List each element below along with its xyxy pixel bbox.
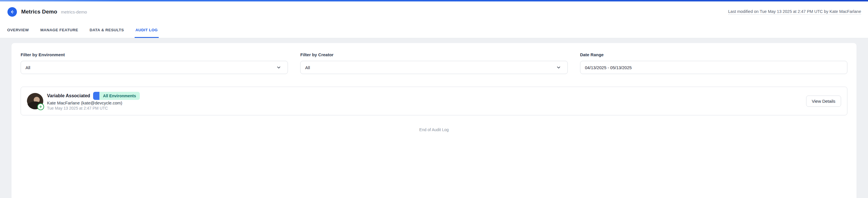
audit-log-panel: Filter by Environment All Filter by Crea… (11, 43, 857, 198)
tab-data-and-results[interactable]: DATA & RESULTS (89, 22, 125, 38)
page-header: Metrics Demo metrics-demo Last modified … (0, 1, 868, 22)
end-of-audit-log-text: End of Audit Log (21, 128, 847, 132)
environment-color-swatch (93, 92, 99, 100)
tab-manage-feature[interactable]: MANAGE FEATURE (39, 22, 79, 38)
environment-filter-value: All (26, 65, 30, 70)
chevron-down-icon (556, 65, 561, 70)
avatar-wrap (27, 93, 43, 109)
environment-badge-label: All Environments (99, 92, 140, 100)
environment-filter-select[interactable]: All (21, 61, 288, 74)
tab-bar: OVERVIEW MANAGE FEATURE DATA & RESULTS A… (0, 22, 868, 38)
creator-filter-label: Filter by Creator (300, 52, 567, 57)
arrow-left-icon (10, 9, 14, 15)
creator-filter-value: All (305, 65, 310, 70)
page-title: Metrics Demo (21, 9, 57, 15)
filter-group-date-range: Date Range (580, 52, 847, 74)
entry-text: Variable Associated All Environments Kat… (47, 92, 140, 111)
entry-timestamp: Tue May 13 2025 at 2:47 PM UTC (47, 106, 140, 111)
tab-audit-log[interactable]: AUDIT LOG (135, 22, 159, 38)
last-modified-text: Last modified on Tue May 13 2025 at 2:47… (728, 9, 861, 15)
filter-group-creator: Filter by Creator All (300, 52, 567, 74)
entry-creator: Kate MacFarlane (kate@devcycle.com) (47, 101, 140, 105)
content-area: Filter by Environment All Filter by Crea… (0, 38, 868, 198)
audit-log-entry: Variable Associated All Environments Kat… (21, 87, 847, 115)
creator-filter-select[interactable]: All (300, 61, 567, 74)
date-range-input[interactable] (580, 61, 847, 74)
plus-icon (37, 103, 44, 110)
entry-title-row: Variable Associated All Environments (47, 92, 140, 100)
environment-badge: All Environments (93, 92, 140, 100)
chevron-down-icon (276, 65, 281, 70)
environment-filter-label: Filter by Environment (21, 52, 288, 57)
view-details-button[interactable]: View Details (806, 95, 841, 107)
filter-group-environment: Filter by Environment All (21, 52, 288, 74)
entry-action: Variable Associated (47, 93, 90, 98)
tab-overview[interactable]: OVERVIEW (6, 22, 30, 38)
date-range-label: Date Range (580, 52, 847, 57)
feature-key: metrics-demo (61, 9, 87, 15)
back-button[interactable] (7, 7, 17, 17)
filter-row: Filter by Environment All Filter by Crea… (21, 52, 847, 74)
